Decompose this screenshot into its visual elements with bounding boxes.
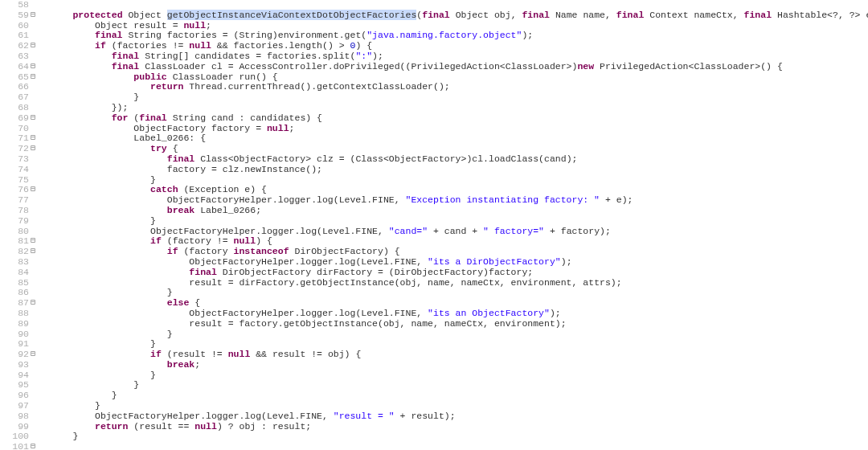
code-line[interactable]: return Thread.currentThread().getContext… [39, 82, 868, 92]
token: final [112, 61, 140, 72]
token: DirObjectFactory dirFactory = (DirObject… [217, 267, 533, 277]
fold-marker[interactable] [31, 401, 38, 411]
code-line[interactable] [39, 442, 868, 450]
code-line[interactable]: break Label_0266; [39, 206, 868, 216]
token: } [112, 390, 117, 400]
fold-marker[interactable] [31, 432, 38, 442]
token: && factories.length() > [211, 40, 350, 51]
fold-marker[interactable] [31, 154, 38, 165]
token: ); [522, 30, 533, 40]
token: (factory [178, 246, 234, 256]
token: + factory); [544, 226, 611, 236]
fold-marker[interactable] [31, 370, 38, 381]
token: { [189, 297, 200, 308]
fold-marker[interactable] [31, 288, 38, 298]
fold-marker[interactable] [31, 380, 38, 391]
fold-marker[interactable] [31, 411, 38, 422]
fold-marker[interactable] [31, 82, 38, 92]
token: "its a DirObjectFactory" [428, 256, 561, 267]
fold-marker[interactable] [31, 391, 38, 401]
fold-marker[interactable]: ⊟ [31, 133, 38, 144]
fold-marker[interactable] [31, 21, 38, 31]
fold-marker[interactable] [31, 195, 38, 206]
line-number: 87 [0, 298, 31, 309]
token: ); [372, 51, 383, 61]
line-number: 98 [0, 411, 31, 422]
token: (Exception e) { [178, 184, 267, 194]
fold-marker[interactable] [31, 31, 38, 41]
fold-marker[interactable] [31, 92, 38, 103]
token: null [228, 349, 251, 359]
token: getObjectInstanceViaContextDotObjectFact… [167, 10, 417, 20]
fold-marker[interactable] [31, 319, 38, 329]
token: String cand : candidates) { [167, 112, 322, 123]
token: + result); [395, 411, 456, 421]
token: Label_0266: { [133, 133, 206, 143]
fold-marker[interactable] [31, 227, 38, 237]
token: " factory=" [483, 226, 544, 236]
code-line[interactable]: factory = clz.newInstance(); [39, 165, 868, 175]
fold-marker[interactable]: ⊟ [31, 41, 38, 51]
line-number: 64 [0, 62, 31, 72]
token: if [95, 40, 106, 51]
fold-marker[interactable] [31, 124, 38, 134]
code-line[interactable]: } [39, 391, 868, 401]
fold-marker[interactable]: ⊟ [31, 62, 38, 72]
token: break [167, 205, 195, 215]
token: Context nameCtx, [644, 10, 743, 20]
token: } [150, 174, 156, 185]
fold-marker[interactable] [31, 268, 38, 278]
fold-marker[interactable]: ⊟ [31, 298, 38, 309]
fold-marker[interactable] [31, 422, 38, 432]
token: String factories = (String)environment.g… [123, 30, 367, 40]
code-area[interactable]: protected Object getObjectInstanceViaCon… [38, 0, 868, 450]
fold-marker[interactable] [31, 165, 38, 175]
fold-marker[interactable] [31, 0, 38, 10]
token: else [167, 297, 190, 308]
token: } [95, 400, 100, 411]
token: Thread.currentThread().getContextClassLo… [183, 81, 449, 92]
token: factory = clz.newInstance(); [167, 164, 322, 174]
fold-marker[interactable]: ⊟ [31, 10, 38, 21]
fold-column[interactable]: ⊟⊟⊟⊟⊟⊟⊟⊟⊟⊟⊟⊟⊟ [31, 0, 38, 450]
code-line[interactable]: } [39, 329, 868, 340]
fold-marker[interactable] [31, 278, 38, 288]
fold-marker[interactable]: ⊟ [31, 185, 38, 195]
token: } [150, 338, 156, 349]
fold-marker[interactable]: ⊟ [31, 236, 38, 247]
token: (result != [162, 349, 228, 359]
token: String[] candidates = factories.split( [139, 51, 355, 61]
fold-marker[interactable]: ⊟ [31, 442, 38, 450]
token: } [150, 370, 156, 380]
line-number: 59 [0, 10, 31, 21]
fold-marker[interactable] [31, 216, 38, 227]
fold-marker[interactable] [31, 257, 38, 268]
fold-marker[interactable] [31, 103, 38, 113]
code-line[interactable]: } [39, 92, 868, 103]
fold-marker[interactable]: ⊟ [31, 72, 38, 83]
fold-marker[interactable]: ⊟ [31, 350, 38, 360]
token: instanceof [234, 246, 289, 256]
line-number: 79 [0, 216, 31, 227]
token: }); [112, 102, 129, 112]
code-line[interactable]: } [39, 370, 868, 381]
token: } [133, 92, 139, 102]
code-line[interactable]: } [39, 380, 868, 391]
fold-marker[interactable] [31, 339, 38, 350]
fold-marker[interactable] [31, 329, 38, 340]
fold-marker[interactable] [31, 360, 38, 370]
code-editor[interactable]: 5859606162636465666768697071727374757677… [0, 0, 868, 450]
token: public [133, 72, 166, 82]
fold-marker[interactable] [31, 51, 38, 62]
fold-marker[interactable] [31, 206, 38, 216]
token: Name name, [550, 10, 616, 20]
code-line[interactable]: break; [39, 360, 868, 370]
fold-marker[interactable] [31, 175, 38, 186]
code-line[interactable]: } [39, 432, 868, 442]
fold-marker[interactable]: ⊟ [31, 144, 38, 154]
fold-marker[interactable]: ⊟ [31, 247, 38, 257]
fold-marker[interactable]: ⊟ [31, 113, 38, 124]
token: final [422, 10, 450, 20]
fold-marker[interactable] [31, 309, 38, 319]
code-line[interactable]: return (result == null) ? obj : result; [39, 422, 868, 432]
